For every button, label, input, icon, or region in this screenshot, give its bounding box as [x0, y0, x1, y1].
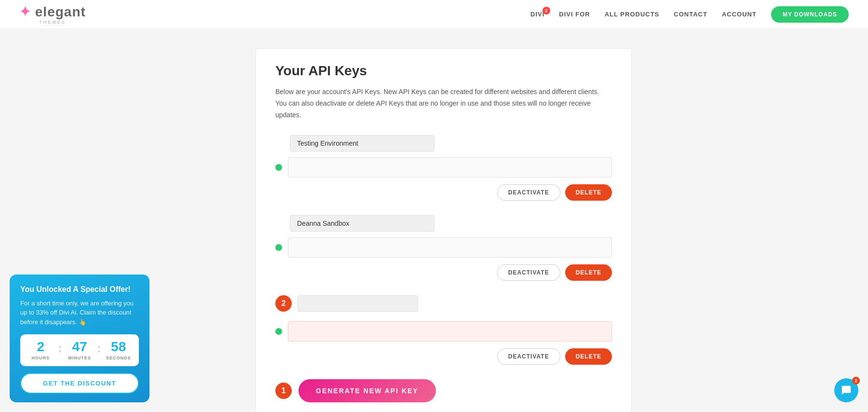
generate-number-badge: 1	[275, 383, 292, 399]
logo-subtitle: themes	[39, 20, 66, 25]
api-key-field-1[interactable]	[288, 157, 612, 178]
delete-button-1[interactable]: DELETE	[565, 184, 612, 201]
my-downloads-button[interactable]: MY DOWNLOADS	[771, 6, 849, 23]
countdown-seconds-value: 58	[111, 340, 126, 354]
actions-row-3: DEACTIVATE DELETE	[275, 348, 612, 365]
countdown-minutes: 47 MINUTES	[64, 340, 95, 360]
generate-section: 1 GENERATE NEW API KEY	[275, 379, 612, 402]
countdown-hours-value: 2	[37, 340, 45, 354]
logo-mark: ✦ elegant	[19, 4, 86, 20]
actions-row-1: DEACTIVATE DELETE	[275, 184, 612, 201]
countdown-hours: 2 HOURS	[25, 340, 56, 360]
api-entry-1: DEACTIVATE DELETE	[275, 135, 612, 201]
countdown-sep-1: :	[56, 342, 64, 359]
get-discount-button[interactable]: GET THE DISCOUNT	[20, 373, 139, 394]
deactivate-button-1[interactable]: DEACTIVATE	[497, 184, 560, 201]
status-dot-2	[275, 244, 282, 251]
actions-row-2: DEACTIVATE DELETE	[275, 264, 612, 281]
main-nav: DIVI 2 DIVI FOR ALL PRODUCTS CONTACT ACC…	[530, 6, 849, 23]
api-key-row-2	[275, 237, 612, 258]
countdown-minutes-label: MINUTES	[68, 356, 91, 360]
status-dot-1	[275, 164, 282, 171]
chat-bubble[interactable]: 2	[834, 378, 858, 402]
page-description: Below are your account's API Keys. New A…	[275, 86, 612, 121]
promo-title: You Unlocked A Special Offer!	[20, 285, 139, 294]
deactivate-button-3[interactable]: DEACTIVATE	[497, 348, 560, 365]
chat-badge: 2	[852, 377, 860, 385]
delete-button-3[interactable]: DELETE	[565, 348, 612, 365]
api-name-input-1[interactable]	[290, 135, 434, 151]
countdown-sep-2: :	[95, 342, 103, 359]
api-numbered-name-row: 2	[275, 295, 612, 317]
api-name-input-3[interactable]	[298, 295, 418, 312]
page-title: Your API Keys	[275, 63, 612, 79]
delete-button-2[interactable]: DELETE	[565, 264, 612, 281]
chat-icon	[841, 385, 852, 396]
countdown-box: 2 HOURS : 47 MINUTES : 58 SECONDS	[20, 334, 139, 366]
promo-card: You Unlocked A Special Offer! For a shor…	[10, 275, 149, 403]
status-dot-3	[275, 328, 282, 335]
countdown-seconds: 58 SECONDS	[103, 340, 134, 360]
deactivate-button-2[interactable]: DEACTIVATE	[497, 264, 560, 281]
nav-item-divi-for[interactable]: DIVI FOR	[559, 11, 590, 18]
countdown-minutes-value: 47	[72, 340, 87, 354]
nav-item-all-products[interactable]: ALL PRODUCTS	[605, 11, 660, 18]
promo-description: For a short time only, we are offering y…	[20, 299, 139, 327]
api-key-field-2[interactable]	[288, 237, 612, 258]
countdown-seconds-label: SECONDS	[106, 356, 131, 360]
nav-item-divi[interactable]: DIVI 2	[530, 11, 544, 18]
api-entry-2: DEACTIVATE DELETE	[275, 215, 612, 281]
logo[interactable]: ✦ elegant themes	[19, 4, 86, 25]
api-keys-section: Your API Keys Below are your account's A…	[256, 48, 632, 412]
nav-item-account[interactable]: ACCOUNT	[722, 11, 757, 18]
header: ✦ elegant themes DIVI 2 DIVI FOR ALL PRO…	[0, 0, 868, 29]
api-key-row-1	[275, 157, 612, 178]
logo-icon: ✦	[19, 4, 31, 19]
entry-number-badge-2: 2	[275, 295, 292, 312]
api-key-field-3[interactable]	[288, 321, 612, 342]
api-name-input-2[interactable]	[290, 215, 434, 232]
divi-badge: 2	[542, 7, 550, 14]
generate-api-key-button[interactable]: GENERATE NEW API KEY	[298, 379, 436, 402]
api-key-row-3	[275, 321, 612, 342]
nav-item-contact[interactable]: CONTACT	[674, 11, 707, 18]
api-entry-3: 2 DEACTIVATE DELETE	[275, 295, 612, 365]
countdown-hours-label: HOURS	[32, 356, 50, 360]
